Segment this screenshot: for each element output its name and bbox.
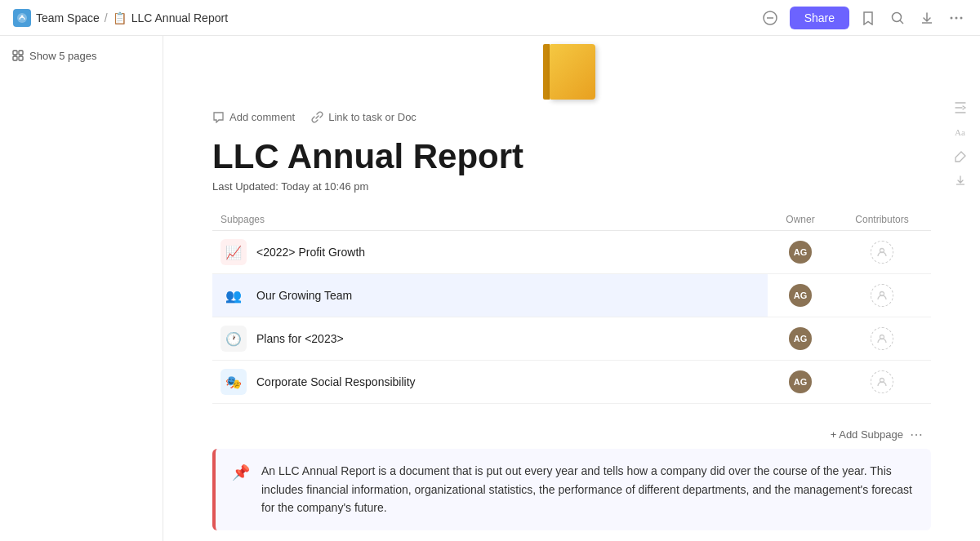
edit-style-button[interactable] (954, 150, 967, 163)
subpage-icon: 🕐 (220, 326, 247, 352)
table-row[interactable]: 🎭 Corporate Social Responsibility AG (212, 361, 931, 404)
doc-cover-image (212, 36, 931, 104)
subpage-name: <2022> Profit Growth (256, 246, 760, 259)
add-comment-label: Add comment (229, 111, 295, 123)
add-subpage-row: + Add Subpage ⋯ (212, 420, 931, 449)
subpage-name: Our Growing Team (256, 289, 760, 302)
table-row[interactable]: 📈 <2022> Profit Growth AG (212, 231, 931, 274)
note-text: An LLC Annual Report is a document that … (261, 462, 915, 517)
owner-avatar: AG (789, 284, 812, 307)
owner-avatar: AG (789, 327, 812, 350)
breadcrumb: Team Space / 📋 LLC Annual Report (13, 9, 228, 27)
book-icon (543, 44, 600, 101)
bookmark-button[interactable] (858, 7, 879, 29)
last-updated-label: Last Updated: (212, 180, 278, 193)
link-to-task-button[interactable]: Link to task or Doc (311, 111, 416, 123)
note-pin-icon: 📌 (232, 463, 250, 481)
book-cover (550, 44, 595, 100)
link-to-task-label: Link to task or Doc (328, 111, 416, 123)
contributors-col-header: Contributors (833, 209, 931, 231)
team-space-link[interactable]: Team Space (13, 9, 100, 27)
contributor-icon (871, 327, 893, 350)
doc-title: LLC Annual Report (212, 130, 931, 180)
add-subpage-button[interactable]: + Add Subpage (831, 428, 903, 441)
subpage-icon: 🎭 (220, 369, 247, 395)
team-name-label: Team Space (36, 11, 100, 24)
svg-rect-12 (13, 56, 17, 60)
subpage-icon: 👥 (220, 282, 247, 308)
more-options-button[interactable] (946, 7, 967, 29)
show-pages-button[interactable]: Show 5 pages (7, 46, 101, 65)
subpages-table: Subpages Owner Contributors 📈 <2022> Pro… (212, 209, 931, 404)
indent-right-button[interactable] (954, 101, 967, 114)
doc-breadcrumb-label: LLC Annual Report (131, 11, 228, 24)
right-toolbar: Aa (954, 101, 967, 188)
subpage-name: Corporate Social Responsibility (256, 375, 760, 388)
note-block: 📌 An LLC Annual Report is a document tha… (212, 449, 931, 530)
svg-point-0 (17, 13, 27, 23)
svg-point-8 (956, 16, 958, 19)
sidebar: Show 5 pages (0, 36, 163, 541)
svg-rect-13 (19, 56, 23, 60)
doc-toolbar: Add comment Link to task or Doc (212, 104, 931, 130)
last-updated-value: Today at 10:46 pm (281, 180, 368, 193)
doc-breadcrumb-icon: 📋 (113, 11, 127, 24)
add-subpage-label: + Add Subpage (831, 428, 903, 441)
subpage-icon: 📈 (220, 239, 247, 265)
svg-rect-10 (13, 51, 17, 55)
svg-point-1 (21, 15, 24, 17)
export-button[interactable] (954, 175, 967, 188)
topbar: Team Space / 📋 LLC Annual Report Share (0, 0, 980, 36)
table-row[interactable]: 🕐 Plans for <2023> AG (212, 317, 931, 361)
doc-breadcrumb[interactable]: 📋 LLC Annual Report (113, 11, 228, 24)
show-pages-label: Show 5 pages (29, 50, 96, 62)
team-icon (13, 9, 31, 27)
share-button[interactable]: Share (790, 7, 849, 29)
svg-point-4 (893, 12, 902, 21)
doc-meta: Last Updated: Today at 10:46 pm (212, 180, 931, 209)
contributor-icon (871, 284, 893, 307)
subpages-more-button[interactable]: ⋯ (910, 427, 923, 442)
main-content: Aa (163, 36, 980, 541)
svg-point-9 (960, 16, 963, 19)
svg-line-5 (900, 20, 903, 24)
owner-avatar: AG (789, 370, 812, 393)
search-button[interactable] (887, 7, 908, 29)
breadcrumb-separator: / (105, 11, 108, 24)
owner-avatar: AG (789, 241, 812, 264)
subpages-col-header: Subpages (212, 209, 768, 231)
table-row[interactable]: 👥 Our Growing Team AG (212, 274, 931, 317)
svg-point-7 (951, 16, 953, 19)
download-button[interactable] (916, 7, 938, 29)
add-comment-button[interactable]: Add comment (212, 111, 295, 123)
owner-col-header: Owner (768, 209, 833, 231)
svg-text:Aa: Aa (955, 127, 965, 137)
svg-rect-11 (19, 51, 23, 55)
contributor-icon (871, 241, 893, 264)
topbar-actions: Share (759, 7, 967, 29)
font-size-button[interactable]: Aa (954, 126, 967, 139)
main-layout: Show 5 pages Aa (0, 36, 980, 541)
subpage-name: Plans for <2023> (256, 332, 760, 345)
book-spine (543, 44, 550, 100)
hide-button[interactable] (759, 7, 782, 29)
contributor-icon (871, 370, 893, 393)
